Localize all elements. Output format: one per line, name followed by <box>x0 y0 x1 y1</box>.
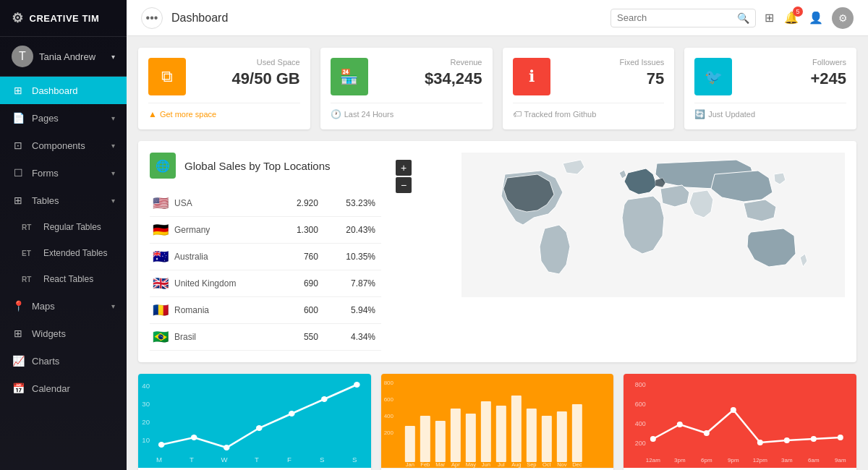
svg-text:9am: 9am <box>835 457 846 463</box>
svg-text:40: 40 <box>142 383 150 390</box>
svg-text:Nov: Nov <box>557 461 567 468</box>
svg-text:W: W <box>221 456 227 463</box>
svg-text:Aug: Aug <box>511 461 521 468</box>
svg-text:Jan: Jan <box>405 461 414 468</box>
stat-label: Revenue <box>377 58 482 67</box>
flag-romania: 🇷🇴 <box>153 303 169 317</box>
svg-point-8 <box>256 425 263 431</box>
svg-rect-27 <box>526 409 536 462</box>
svg-text:Jul: Jul <box>498 461 505 468</box>
sidebar-item-forms[interactable]: ☐ Forms ▾ <box>0 159 127 187</box>
svg-point-10 <box>321 396 328 402</box>
stat-card-revenue: 🏪 Revenue $34,245 🕐 Last 24 Hours <box>320 48 493 129</box>
sidebar-nav: ⊞ Dashboard 📄 Pages ▾ ⊡ Components ▾ ☐ F… <box>0 77 127 470</box>
refresh-icon: 🔄 <box>694 109 705 119</box>
search-icon: 🔍 <box>737 12 749 24</box>
sales-pct: 10.35% <box>321 244 381 270</box>
flag-brasil: 🇧🇷 <box>153 330 169 344</box>
svg-rect-20 <box>420 416 430 462</box>
svg-text:Jun: Jun <box>481 461 490 468</box>
sidebar-item-regular-tables[interactable]: RT Regular Tables <box>0 214 127 240</box>
map-table-area: 🌐 Global Sales by Top Locations 🇺🇸 USA 2… <box>150 153 381 351</box>
search-box[interactable]: 🔍 <box>610 9 756 27</box>
svg-text:Oct: Oct <box>542 461 552 468</box>
svg-text:400: 400 <box>635 420 646 427</box>
svg-text:6am: 6am <box>808 457 820 463</box>
sidebar-item-label: Charts <box>32 356 115 367</box>
svg-point-50 <box>731 407 736 413</box>
sidebar-item-label: Calendar <box>32 383 115 394</box>
stat-label: Fixed Issues <box>559 58 665 67</box>
settings-button[interactable]: ⚙ <box>832 7 854 29</box>
avatar: T <box>12 46 33 67</box>
calendar-icon: 📅 <box>12 383 25 394</box>
zoom-out-button[interactable]: − <box>396 177 412 193</box>
footer-text: Last 24 Hours <box>344 110 393 119</box>
user-menu-button[interactable]: 👤 <box>809 11 823 25</box>
notifications-button[interactable]: 🔔 5 <box>784 11 799 25</box>
svg-text:200: 200 <box>635 440 646 447</box>
line-chart-svg: 40 30 20 10 <box>138 374 371 468</box>
sidebar-item-maps[interactable]: 📍 Maps ▾ <box>0 292 127 320</box>
svg-text:9pm: 9pm <box>728 457 739 463</box>
sidebar-item-tables[interactable]: ⊞ Tables ▾ <box>0 187 127 214</box>
svg-rect-19 <box>404 426 414 462</box>
map-section: 🌐 Global Sales by Top Locations 🇺🇸 USA 2… <box>138 141 856 362</box>
chart-card-completed-tasks: 800 600 400 200 <box>624 374 856 470</box>
svg-text:Feb: Feb <box>420 461 430 468</box>
stat-card-used-space: ⧉ Used Space 49/50 GB ▲ Get more space <box>138 48 310 129</box>
sidebar-item-react-tables[interactable]: RT React Tables <box>0 266 127 292</box>
sales-pct: 20.43% <box>321 217 381 244</box>
sidebar-item-pages[interactable]: 📄 Pages ▾ <box>0 104 127 132</box>
sidebar-item-dashboard[interactable]: ⊞ Dashboard <box>0 77 127 104</box>
stat-icon-storage: ⧉ <box>148 58 186 95</box>
svg-text:Apr: Apr <box>451 461 460 468</box>
sales-pct: 4.34% <box>321 324 381 351</box>
svg-point-11 <box>354 382 360 388</box>
svg-text:6pm: 6pm <box>701 457 712 463</box>
maps-icon: 📍 <box>12 300 25 312</box>
sidebar-item-components[interactable]: ⊡ Components ▾ <box>0 132 127 159</box>
chevron-down-icon: ▾ <box>111 169 115 177</box>
flag-uk: 🇬🇧 <box>153 276 169 291</box>
stat-label: Followers <box>741 58 846 67</box>
sidebar-item-label: Tables <box>32 195 104 206</box>
tag-icon: 🏷 <box>513 109 522 119</box>
sidebar-item-calendar[interactable]: 📅 Calendar <box>0 375 127 402</box>
sales-table: 🇺🇸 USA 2.920 53.23% 🇩🇪 Germany 1.300 20.… <box>150 190 381 351</box>
map-title-icon: 🌐 <box>150 153 176 179</box>
table-row: 🇺🇸 USA 2.920 53.23% <box>150 190 381 217</box>
svg-text:M: M <box>156 456 162 463</box>
bottom-charts-grid: 40 30 20 10 <box>138 374 856 470</box>
svg-text:S: S <box>352 456 357 463</box>
stat-footer: 🔄 Just Updated <box>694 103 846 119</box>
sidebar-item-label: Components <box>32 140 104 151</box>
svg-text:Mar: Mar <box>435 461 445 468</box>
sidebar-item-charts[interactable]: 📈 Charts <box>0 347 127 375</box>
stat-footer: 🏷 Tracked from Github <box>513 103 665 119</box>
stat-icon-info: ℹ <box>513 58 550 95</box>
sidebar-item-widgets[interactable]: ⊞ Widgets <box>0 320 127 347</box>
footer-text: Just Updated <box>708 110 755 119</box>
map-section-title: Global Sales by Top Locations <box>184 160 331 172</box>
country-name: USA <box>171 190 278 217</box>
chevron-down-icon: ▾ <box>111 142 115 150</box>
sidebar-user[interactable]: T Tania Andrew ▾ <box>0 37 127 77</box>
world-map <box>461 153 845 297</box>
zoom-in-button[interactable]: + <box>396 160 412 176</box>
svg-rect-28 <box>541 416 551 462</box>
search-input[interactable] <box>617 12 733 23</box>
menu-button[interactable]: ••• <box>141 7 163 29</box>
widgets-icon: ⊞ <box>12 328 25 339</box>
sidebar-item-extended-tables[interactable]: ET Extended Tables <box>0 240 127 266</box>
stat-value: 75 <box>559 69 665 88</box>
components-icon: ⊡ <box>12 140 25 151</box>
apps-button[interactable]: ⊞ <box>765 11 774 25</box>
country-name: Germany <box>171 217 278 244</box>
svg-rect-29 <box>556 411 566 462</box>
svg-point-53 <box>811 436 817 442</box>
svg-text:12pm: 12pm <box>753 457 767 463</box>
sidebar-logo-text: CREATIVE TIM <box>30 13 100 24</box>
sidebar-logo: ⚙ CREATIVE TIM <box>0 0 127 37</box>
svg-point-51 <box>757 440 763 445</box>
